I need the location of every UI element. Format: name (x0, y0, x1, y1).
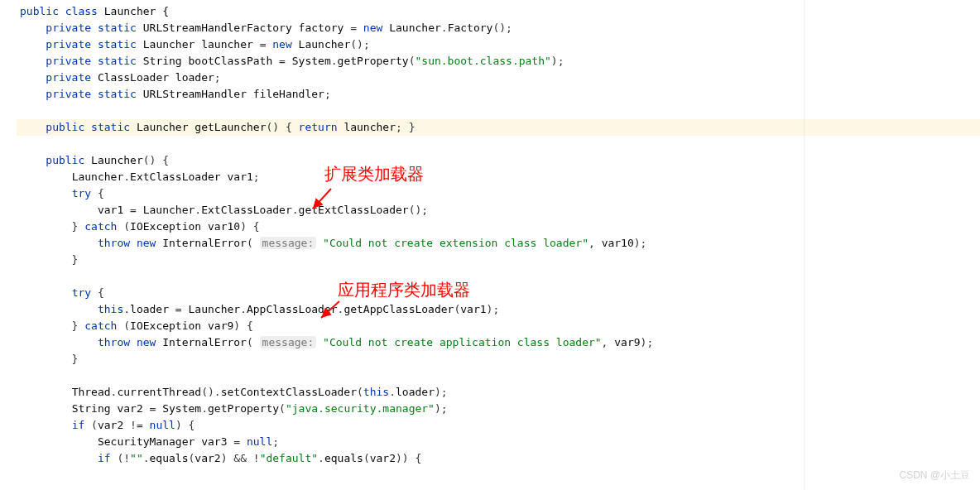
code-line: public Launcher() { (17, 152, 980, 169)
code-line-highlighted: public static Launcher getLauncher() { r… (17, 119, 980, 136)
code-line: throw new InternalError( message: "Could… (17, 334, 980, 351)
code-line: throw new InternalError( message: "Could… (17, 235, 980, 252)
code-line: Thread.currentThread().setContextClassLo… (17, 384, 980, 401)
code-line: private static URLStreamHandlerFactory f… (17, 20, 980, 36)
parameter-hint: message: (260, 336, 317, 348)
code-line: SecurityManager var3 = null; (17, 434, 980, 450)
code-editor[interactable]: public class Launcher { private static U… (0, 0, 980, 467)
code-line: if (var2 != null) { (17, 417, 980, 434)
code-line: public class Launcher { (17, 3, 980, 20)
code-line: } catch (IOException var9) { (17, 318, 980, 334)
editor-right-margin (804, 0, 805, 490)
watermark: CSDN @小土豆 (899, 467, 970, 483)
code-line (17, 368, 980, 384)
code-line: } catch (IOException var10) { (17, 219, 980, 235)
code-line: } (17, 252, 980, 268)
code-line: this.loader = Launcher.AppClassLoader.ge… (17, 301, 980, 318)
code-line: Launcher.ExtClassLoader var1; (17, 169, 980, 185)
code-line: try { (17, 185, 980, 202)
code-line: private ClassLoader loader; (17, 70, 980, 86)
code-line: private static URLStreamHandler fileHand… (17, 86, 980, 103)
code-line (17, 136, 980, 152)
code-line: } (17, 351, 980, 368)
code-line: if (!"".equals(var2) && !"default".equal… (17, 450, 980, 467)
code-line (17, 268, 980, 285)
code-line (17, 103, 980, 119)
code-line: private static Launcher launcher = new L… (17, 36, 980, 53)
code-line: private static String bootClassPath = Sy… (17, 53, 980, 70)
code-line: var1 = Launcher.ExtClassLoader.getExtCla… (17, 202, 980, 219)
code-line: String var2 = System.getProperty("java.s… (17, 401, 980, 417)
parameter-hint: message: (260, 237, 317, 249)
code-line: try { (17, 285, 980, 301)
